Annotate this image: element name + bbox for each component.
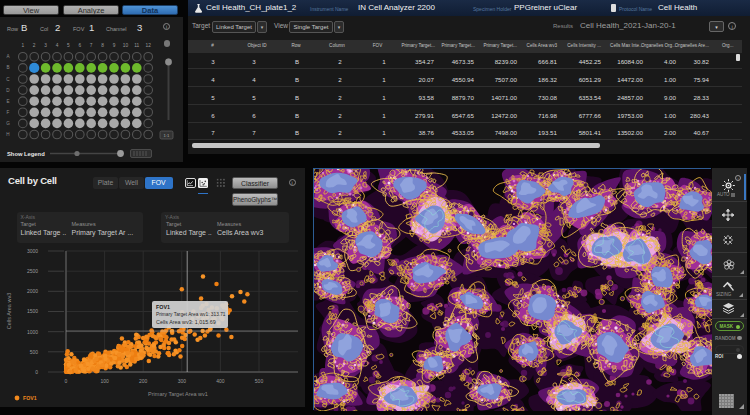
svg-text:G: G	[6, 121, 10, 126]
svg-text:B: B	[6, 65, 9, 70]
svg-text:Primary Target Area wv1: Primary Target Area wv1	[148, 391, 208, 397]
svg-text:400: 400	[216, 378, 225, 384]
svg-text:2000: 2000	[27, 288, 38, 294]
svg-text:E: E	[6, 99, 9, 104]
svg-text:D: D	[6, 88, 10, 93]
svg-text:FOV1: FOV1	[156, 304, 170, 310]
svg-text:500: 500	[255, 378, 264, 384]
svg-text:FOV1: FOV1	[23, 395, 37, 401]
svg-text:0: 0	[65, 378, 68, 384]
svg-text:1500: 1500	[27, 308, 38, 314]
svg-text:9: 9	[113, 43, 116, 48]
svg-text:1: 1	[21, 43, 24, 48]
svg-text:500: 500	[30, 349, 39, 355]
svg-text:F: F	[7, 110, 10, 115]
svg-text:7: 7	[90, 43, 93, 48]
svg-text:300: 300	[178, 378, 187, 384]
svg-text:2: 2	[33, 43, 36, 48]
svg-text:5: 5	[67, 43, 70, 48]
svg-text:100: 100	[100, 378, 109, 384]
svg-text:0: 0	[35, 369, 38, 375]
svg-text:12: 12	[146, 43, 152, 48]
svg-text:1000: 1000	[27, 329, 38, 335]
svg-text:A: A	[6, 54, 10, 59]
svg-text:10: 10	[123, 43, 129, 48]
svg-text:1:1: 1:1	[164, 133, 170, 138]
svg-text:200: 200	[139, 378, 148, 384]
svg-text:2500: 2500	[27, 268, 38, 274]
svg-text:4: 4	[56, 43, 59, 48]
svg-text:3000: 3000	[27, 248, 38, 254]
svg-text:8: 8	[101, 43, 104, 48]
svg-text:Primary Target Area wv1: 313.7: Primary Target Area wv1: 313.71	[156, 312, 226, 317]
svg-text:H: H	[6, 132, 9, 137]
svg-text:Cells Area wv3: 1,015.69: Cells Area wv3: 1,015.69	[156, 319, 216, 325]
svg-text:C: C	[6, 77, 10, 82]
svg-text:3: 3	[44, 43, 47, 48]
svg-text:6: 6	[78, 43, 81, 48]
svg-text:11: 11	[134, 43, 139, 48]
svg-text:Cells Area wv3: Cells Area wv3	[6, 293, 12, 329]
svg-text:Show Legend: Show Legend	[7, 151, 45, 157]
